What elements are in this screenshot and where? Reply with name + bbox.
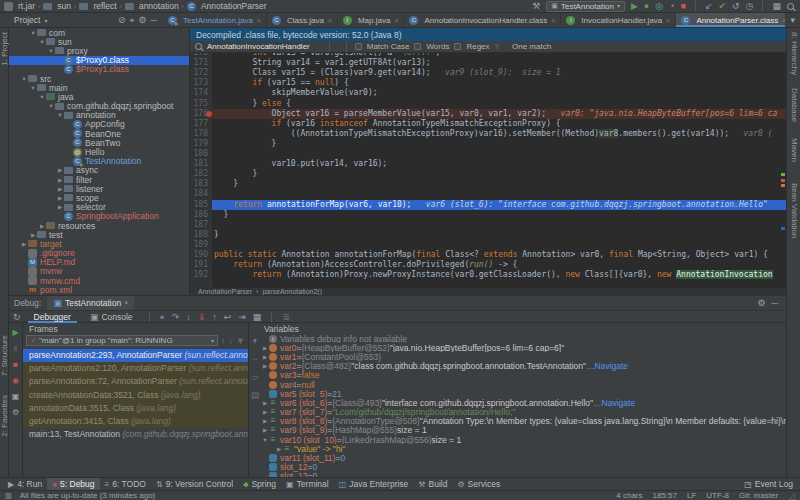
expand-arrow-icon[interactable]: ▼ [38, 39, 46, 45]
toolwindow-stripe-button[interactable]: 2: Favorites [0, 395, 9, 437]
variable-row[interactable]: iVariables debug info not available [261, 334, 786, 343]
tree-item--gitignore[interactable]: .gitignore [9, 249, 189, 258]
thread-dropdown[interactable]: ✓ "main"@1 in group "main": RUNNING ▾ [26, 335, 218, 346]
match-case-label[interactable]: Match Case [367, 42, 410, 51]
toolwindow-stripe-button[interactable]: 7: Structure [0, 335, 9, 376]
toolwindow-button-build[interactable]: ⚒Build [413, 478, 452, 491]
force-step-into-icon[interactable]: ⇓ [198, 312, 206, 322]
code-line[interactable]: 175} else { [190, 99, 786, 109]
status-widget[interactable]: LF [687, 491, 696, 500]
code-line[interactable]: 180 [190, 149, 786, 159]
breakpoint-line[interactable]: 176Object var16 = parseMemberValue(var15… [190, 109, 786, 119]
step-over-icon[interactable]: ↷ [172, 312, 180, 322]
duplicate-watch-button[interactable]: ▱ [252, 372, 259, 382]
regex-help-icon[interactable]: ? [495, 42, 499, 51]
toolwindow-button-services[interactable]: ⚙Services [452, 478, 505, 491]
expand-arrow-icon[interactable]: ▶ [261, 409, 269, 415]
code-area[interactable]: 170int var13 = var0.getShort() & '\uffff… [190, 53, 786, 288]
filter-frames-icon[interactable]: ▼ [236, 336, 245, 346]
code-line[interactable]: 178((AnnotationTypeMismatchExceptionProx… [190, 129, 786, 139]
build-hammer-icon[interactable]: ⚒ [532, 1, 540, 11]
project-panel-header[interactable]: Project ▾ ⊘⌖⚙─ [0, 13, 163, 27]
close-icon[interactable]: × [551, 17, 555, 24]
tree-item--proxy1-class[interactable]: C$Proxy1.class [9, 65, 189, 74]
close-icon[interactable]: × [394, 17, 398, 24]
frame-row[interactable]: annotationData:3515, Class (java.lang) [23, 402, 248, 415]
breadcrumb-item[interactable]: CAnnotationParser [187, 1, 267, 11]
variable-row[interactable]: ▶var1 = {ConstantPool@553} [261, 352, 786, 361]
navigate-link[interactable]: Navigate [602, 398, 636, 407]
expand-arrow-icon[interactable]: ▼ [20, 76, 28, 82]
hidden-tabs-icon[interactable]: ▾ [790, 15, 795, 25]
expand-arrow-icon[interactable]: ▼ [29, 85, 37, 91]
editor-tab[interactable]: IInvocationHandler.java× [561, 13, 676, 27]
expand-arrow-icon[interactable]: ▶ [261, 427, 269, 433]
frame-row[interactable]: main:13, TestAnnotation (com.github.dqqz… [23, 428, 248, 441]
variable-row[interactable]: var11 (slot_11) = 0 [261, 453, 786, 462]
variable-row[interactable]: ▶≡var8 (slot_8) = {AnnotationType@508} "… [261, 417, 786, 426]
get-thread-dump-button[interactable]: ▣ [12, 392, 20, 402]
drop-frame-icon[interactable]: ↩ [224, 312, 232, 322]
remove-watch-button[interactable]: − [252, 354, 257, 364]
code-line[interactable]: 181var10.put(var14, var16); [190, 159, 786, 169]
hide-panel-icon[interactable]: ─ [151, 15, 157, 25]
code-line[interactable]: 192return (Annotation)Proxy.newProxyInst… [190, 270, 786, 280]
code-line[interactable]: 182} [190, 169, 786, 179]
more-options-icon[interactable]: ≣ [282, 312, 290, 322]
variable-row[interactable]: ▶≡var9 (slot_9) = {HashMap@555} size = 1 [261, 426, 786, 435]
execution-line[interactable]: 185return annotationForMap(var6, var10);… [190, 200, 786, 210]
match-case-checkbox[interactable] [355, 43, 362, 50]
expand-arrow-icon[interactable]: ▶ [275, 446, 283, 452]
step-out-icon[interactable]: ↑ [212, 312, 217, 322]
run-with-coverage-button[interactable]: ◎ [655, 1, 663, 11]
rerun-icon[interactable]: ↻ [13, 312, 21, 322]
expand-arrow-icon[interactable]: ▶ [56, 167, 64, 173]
toolwindow-stripe-button[interactable]: 1: Project [0, 32, 9, 66]
regex-label[interactable]: Regex [466, 42, 489, 51]
breadcrumb-item[interactable]: reflect [79, 1, 116, 11]
expand-arrow-icon[interactable]: ▶ [56, 195, 64, 201]
code-line[interactable]: 184 [190, 189, 786, 199]
variable-row[interactable]: var5 (slot_5) = 21 [261, 389, 786, 398]
close-icon[interactable]: × [257, 17, 261, 24]
close-icon[interactable]: × [666, 17, 670, 24]
breakpoint-icon[interactable] [206, 111, 212, 117]
variable-row[interactable]: ▶≡var6 (slot_6) = {Class@493} "interface… [261, 398, 786, 407]
tree-item-help-md[interactable]: MHELP.md [9, 258, 189, 267]
frame-row[interactable]: getAnnotation:3415, Class (java.lang) [23, 415, 248, 428]
debug-session-tab[interactable]: ▣ TestAnnotation × [47, 296, 134, 310]
settings-icon[interactable]: ⚙ [758, 298, 766, 308]
tree-item-mvnw-cmd[interactable]: mvnw.cmd [9, 276, 189, 285]
debug-button[interactable]: ● [644, 1, 649, 11]
update-project-icon[interactable]: ↙ [705, 1, 713, 11]
run-config-selector[interactable]: ▣TestAnnotation▾ [546, 1, 625, 12]
tree-item-springbootapplication[interactable]: CSpringbootApplication [9, 212, 189, 221]
variable-row[interactable]: ▶var0 = {HeapByteBuffer@552} "java.nio.H… [261, 343, 786, 352]
expand-arrow-icon[interactable]: ▼ [47, 48, 55, 54]
resume-button[interactable]: ▶ [12, 328, 18, 338]
breadcrumb-class[interactable]: AnnotationParser [198, 288, 252, 295]
variable-row[interactable]: ▼≡var10 (slot_10) = {LinkedHashMap@556} … [261, 435, 786, 444]
tree-item-mvnw[interactable]: mvnw [9, 267, 189, 276]
show-watches-button[interactable]: ▤ [251, 390, 260, 400]
toolwindow-stripe-button[interactable]: Bean Validation [790, 183, 799, 238]
step-into-icon[interactable]: ↓ [186, 312, 191, 322]
collapse-all-icon[interactable]: ⊘ [118, 15, 126, 25]
run-to-cursor-icon[interactable]: ⇥ [238, 312, 246, 322]
editor-tab[interactable]: CClass.java× [267, 13, 338, 27]
expand-arrow-icon[interactable]: ▼ [261, 437, 269, 443]
navigate-link[interactable]: Navigate [595, 362, 629, 371]
history-icon[interactable]: ◷ [746, 1, 754, 11]
rollback-icon[interactable]: ↺ [732, 1, 740, 11]
expand-arrow-icon[interactable]: ▶ [261, 418, 269, 424]
toolwindow-button-5-debug[interactable]: ●5: Debug [47, 478, 99, 491]
editor-tab[interactable]: CAnnotationInvocationHandler.class× [404, 13, 561, 27]
expand-arrow-icon[interactable]: ▶ [56, 186, 64, 192]
code-line[interactable]: 187 [190, 220, 786, 230]
expand-arrow-icon[interactable]: ▶ [29, 232, 37, 238]
tree-item-testannotation[interactable]: CTestAnnotation [9, 157, 189, 166]
editor-tab[interactable]: CAnnotationParser.class× [676, 13, 785, 27]
editor-tab[interactable]: CTestAnnotation.java× [163, 13, 267, 27]
run-button[interactable]: ▶ [631, 1, 638, 11]
expand-arrow-icon[interactable]: ▼ [47, 103, 55, 109]
